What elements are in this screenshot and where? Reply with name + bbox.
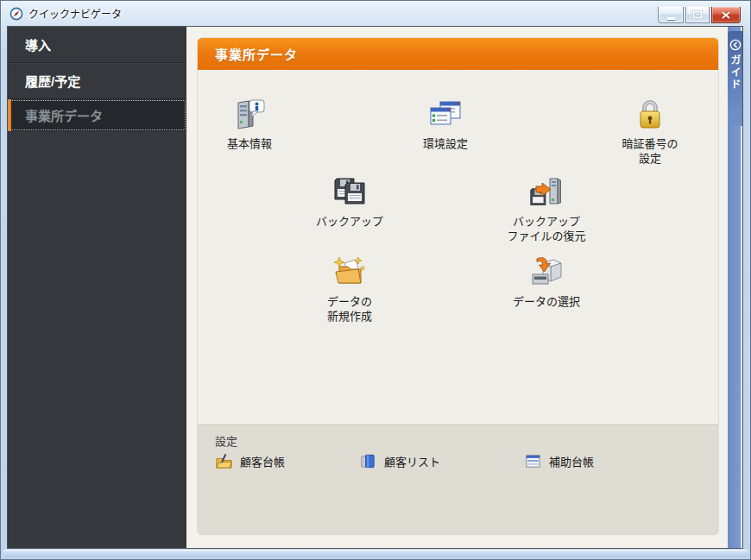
settings-item-label: 顧客台帳 — [240, 453, 285, 469]
close-button[interactable] — [711, 7, 741, 23]
window-frame-bottom — [3, 550, 748, 557]
sidebar-item-history-schedule[interactable]: 履歴/予定 — [8, 63, 186, 99]
maximize-button[interactable] — [685, 7, 710, 23]
customer-list-icon — [359, 452, 377, 470]
nav-item-label: データの 新規作成 — [327, 294, 372, 324]
new-data-folder-icon — [332, 255, 367, 290]
sidebar-item-label: 導入 — [25, 35, 51, 53]
guide-panel-strip: ガイド — [728, 27, 742, 548]
content-area: 事業所データ — [186, 27, 728, 548]
nav-item-restore-backup[interactable]: バックアップ ファイルの復元 — [495, 175, 598, 243]
window-controls — [658, 7, 741, 23]
sidebar: 導入 履歴/予定 事業所データ — [8, 27, 186, 548]
settings-item-label: 補助台帳 — [549, 453, 594, 469]
nav-item-new-data[interactable]: データの 新規作成 — [298, 255, 401, 324]
sidebar-item-label: 事業所データ — [25, 106, 103, 124]
minimize-button[interactable] — [658, 7, 684, 23]
nav-item-label: 基本情報 — [227, 136, 272, 151]
app-compass-icon — [9, 7, 23, 21]
customer-ledger-icon — [215, 452, 233, 470]
windows-settings-icon — [428, 98, 463, 132]
office-data-card: 事業所データ — [198, 38, 718, 534]
titlebar[interactable]: クイックナビゲータ — [1, 1, 750, 26]
window-title: クイックナビゲータ — [28, 6, 122, 21]
nav-item-label: バックアップ — [316, 214, 383, 229]
settings-item-customer-list[interactable]: 顧客リスト — [359, 452, 440, 470]
select-data-icon — [529, 255, 564, 290]
sidebar-item-introduction[interactable]: 導入 — [8, 27, 186, 63]
nav-item-label: バックアップ ファイルの復元 — [507, 214, 585, 243]
nav-item-label: 環境設定 — [423, 136, 468, 151]
client-area: 導入 履歴/予定 事業所データ 事業所データ — [7, 26, 743, 549]
guide-tab-label: ガイド — [728, 54, 742, 91]
app-window: クイックナビゲータ — [0, 0, 751, 560]
settings-item-label: 顧客リスト — [384, 453, 440, 469]
settings-title: 設定 — [215, 432, 237, 449]
padlock-icon — [633, 98, 667, 132]
server-info-icon — [232, 98, 267, 132]
card-header-title: 事業所データ — [215, 45, 298, 63]
settings-section: 設定 顧客台帳 — [198, 425, 718, 534]
restore-backup-icon — [529, 175, 564, 210]
nav-item-basic-info[interactable]: 基本情報 — [198, 98, 301, 151]
nav-item-environment-settings[interactable]: 環境設定 — [394, 98, 497, 151]
aux-ledger-icon — [524, 452, 542, 470]
sidebar-item-label: 履歴/予定 — [25, 72, 80, 90]
maximize-icon — [692, 10, 703, 19]
guide-collapse-icon — [729, 39, 742, 51]
nav-item-backup[interactable]: バックアップ — [298, 175, 401, 229]
guide-tab[interactable]: ガイド — [728, 31, 742, 126]
floppy-disks-icon — [332, 175, 367, 210]
icon-panel: 基本情報 — [198, 70, 718, 425]
close-icon — [721, 11, 731, 19]
sidebar-item-office-data[interactable]: 事業所データ — [8, 99, 186, 131]
settings-item-aux-ledger[interactable]: 補助台帳 — [524, 452, 594, 470]
nav-item-label: 暗証番号の 設定 — [622, 136, 678, 166]
settings-item-customer-ledger[interactable]: 顧客台帳 — [215, 452, 285, 470]
nav-item-label: データの選択 — [513, 294, 580, 309]
nav-item-pin-settings[interactable]: 暗証番号の 設定 — [598, 98, 702, 166]
nav-item-select-data[interactable]: データの選択 — [495, 255, 598, 309]
minimize-icon — [667, 17, 675, 20]
card-header: 事業所データ — [198, 38, 718, 70]
